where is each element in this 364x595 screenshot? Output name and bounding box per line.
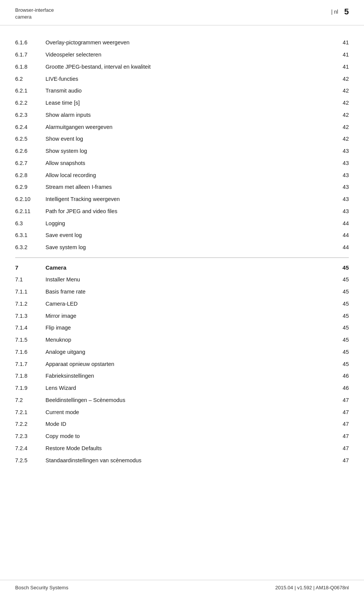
toc-row: 6.2.6Show system log43 (15, 145, 349, 157)
toc-section-number: 6.2 (15, 73, 46, 85)
toc-page-number: 45 (334, 298, 349, 310)
toc-row: 7.1.1Basis frame rate45 (15, 286, 349, 298)
toc-row: 6.1.7Videospeler selecteren41 (15, 49, 349, 61)
toc-page-number: 47 (334, 394, 349, 407)
toc-page-number: 41 (334, 49, 349, 61)
toc-section-title: Mirror image (46, 310, 334, 322)
toc-section-title: Beeldinstellingen – Scènemodus (46, 394, 334, 407)
toc-section-number: 7.2.2 (15, 418, 46, 430)
toc-row: 7.1.8Fabrieksinstellingen46 (15, 370, 349, 382)
toc-row: 6.1.8Grootte JPEG-bestand, interval en k… (15, 61, 349, 73)
toc-page-number: 47 (334, 407, 349, 419)
toc-section-number: 7.1.5 (15, 334, 46, 346)
toc-section-title: Save event log (46, 229, 334, 242)
toc-section-number: 7.2 (15, 394, 46, 407)
toc-row: 7.1.5Menuknop45 (15, 334, 349, 346)
toc-row: 6.2.9Stream met alleen I-frames43 (15, 181, 349, 193)
toc-page-number: 45 (334, 358, 349, 371)
toc-row: 6.2.4Alarmuitgangen weergeven42 (15, 121, 349, 133)
toc-row: 7.2.1Current mode47 (15, 407, 349, 419)
toc-section-number: 6.2.8 (15, 170, 46, 182)
toc-page-number: 42 (334, 133, 349, 145)
toc-section-title: Camera (46, 262, 334, 274)
toc-section-title: Path for JPEG and video files (46, 206, 334, 218)
footer-company: Bosch Security Systems (15, 585, 68, 590)
toc-section-title: Show alarm inputs (46, 109, 334, 121)
toc-section-number: 7.1.3 (15, 310, 46, 322)
toc-page-number: 45 (334, 310, 349, 322)
toc-page-number: 42 (334, 121, 349, 133)
toc-page-number: 43 (334, 181, 349, 193)
toc-section-title: Restore Mode Defaults (46, 443, 334, 455)
toc-page-number: 47 (334, 418, 349, 430)
toc-row: 7.1.6Analoge uitgang45 (15, 346, 349, 358)
toc-section-number: 6.2.9 (15, 181, 46, 193)
toc-row: 7.1.7Apparaat opnieuw opstarten45 (15, 358, 349, 371)
toc-page-number: 45 (334, 274, 349, 286)
toc-section-number: 6.1.6 (15, 37, 46, 49)
toc-row: 7.2.4Restore Mode Defaults47 (15, 443, 349, 455)
toc-row: 7.1.4Flip image45 (15, 322, 349, 334)
toc-row: 7.1.3Mirror image45 (15, 310, 349, 322)
toc-page-number: 47 (334, 443, 349, 455)
toc-row: 7.1.9Lens Wizard46 (15, 382, 349, 394)
toc-section-title: Allow local recording (46, 170, 334, 182)
toc-row: 6.2.7Allow snapshots43 (15, 157, 349, 170)
toc-page-number: 42 (334, 109, 349, 121)
toc-section-title: Current mode (46, 407, 334, 419)
toc-row: 6.3Logging44 (15, 218, 349, 230)
toc-page-number: 45 (334, 286, 349, 298)
toc-table: 6.1.6Overlay-pictogrammen weergeven416.1… (15, 37, 349, 466)
toc-section-title: Alarmuitgangen weergeven (46, 121, 334, 133)
toc-row: 6.2.2Lease time [s]42 (15, 97, 349, 109)
toc-page-number: 46 (334, 382, 349, 394)
toc-section-title: Lens Wizard (46, 382, 334, 394)
toc-section-number: 6.2.10 (15, 193, 46, 206)
toc-divider (15, 254, 349, 262)
toc-page-number: 44 (334, 229, 349, 242)
toc-section-number: 7.1.2 (15, 298, 46, 310)
toc-section-number: 7 (15, 262, 46, 274)
toc-page-number: 44 (334, 242, 349, 254)
toc-section-title: Intelligent Tracking weergeven (46, 193, 334, 206)
toc-section-title: Fabrieksinstellingen (46, 370, 334, 382)
toc-section-number: 6.2.5 (15, 133, 46, 145)
toc-section-number: 6.1.7 (15, 49, 46, 61)
toc-section-title: Basis frame rate (46, 286, 334, 298)
header-page-number: 5 (344, 7, 349, 17)
toc-section-number: 7.2.3 (15, 430, 46, 443)
toc-row: 7.1Installer Menu45 (15, 274, 349, 286)
toc-content: 6.1.6Overlay-pictogrammen weergeven416.1… (0, 25, 364, 580)
toc-section-number: 6.2.3 (15, 109, 46, 121)
toc-page-number: 43 (334, 206, 349, 218)
toc-row: 6.1.6Overlay-pictogrammen weergeven41 (15, 37, 349, 49)
toc-section-title: Transmit audio (46, 85, 334, 97)
page-footer: Bosch Security Systems 2015.04 | v1.592 … (0, 580, 364, 595)
toc-row: 7.2.3Copy mode to47 (15, 430, 349, 443)
toc-section-title: Analoge uitgang (46, 346, 334, 358)
toc-section-number: 6.3.2 (15, 242, 46, 254)
toc-section-title: Stream met alleen I-frames (46, 181, 334, 193)
toc-page-number: 45 (334, 262, 349, 274)
toc-page-number: 42 (334, 97, 349, 109)
toc-row: 6.2.10Intelligent Tracking weergeven43 (15, 193, 349, 206)
toc-page-number: 42 (334, 85, 349, 97)
toc-section-number: 6.2.1 (15, 85, 46, 97)
toc-section-title: Videospeler selecteren (46, 49, 334, 61)
page-header: Browser-interface camera | nl 5 (0, 0, 364, 25)
toc-section-number: 6.2.2 (15, 97, 46, 109)
toc-page-number: 47 (334, 455, 349, 467)
toc-page-number: 44 (334, 218, 349, 230)
toc-row: 7.2Beeldinstellingen – Scènemodus47 (15, 394, 349, 407)
toc-row: 6.3.2Save system log44 (15, 242, 349, 254)
toc-section-number: 7.1.6 (15, 346, 46, 358)
toc-page-number: 45 (334, 346, 349, 358)
toc-section-title: Logging (46, 218, 334, 230)
toc-section-number: 6.2.11 (15, 206, 46, 218)
toc-section-number: 7.1.7 (15, 358, 46, 371)
toc-section-number: 7.1 (15, 274, 46, 286)
toc-row: 6.2LIVE-functies42 (15, 73, 349, 85)
toc-section-title: Grootte JPEG-bestand, interval en kwalit… (46, 61, 334, 73)
toc-row: 6.2.1Transmit audio42 (15, 85, 349, 97)
toc-section-title: Installer Menu (46, 274, 334, 286)
